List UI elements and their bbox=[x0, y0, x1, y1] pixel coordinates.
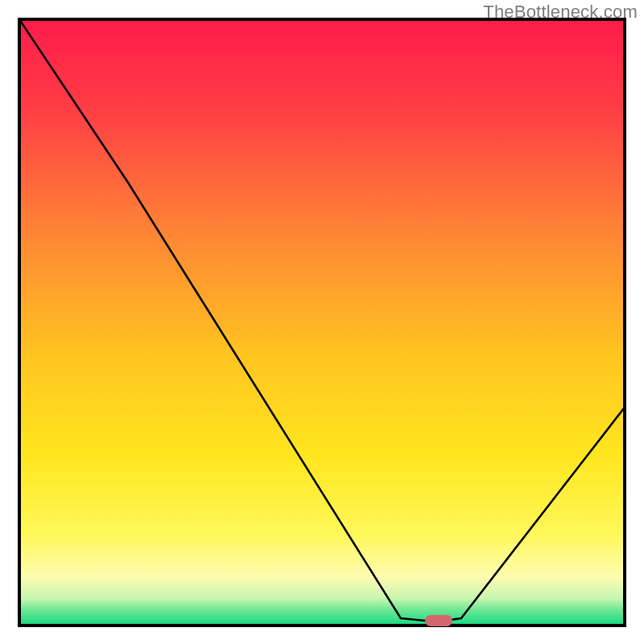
target-marker bbox=[425, 615, 452, 626]
plot-background bbox=[19, 19, 625, 625]
bottleneck-chart bbox=[0, 0, 644, 644]
chart-container: TheBottleneck.com bbox=[0, 0, 644, 644]
watermark-text: TheBottleneck.com bbox=[483, 2, 638, 23]
